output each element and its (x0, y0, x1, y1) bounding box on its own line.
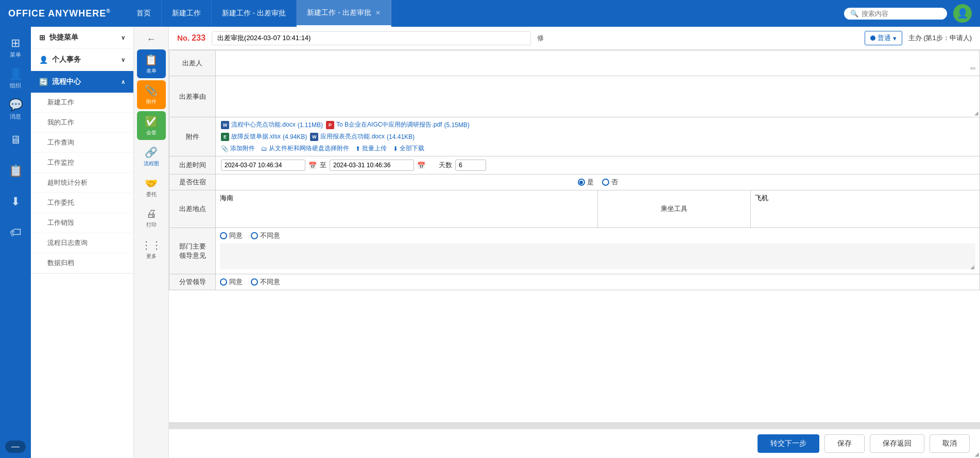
reason-value[interactable]: ◢ (216, 76, 980, 117)
table-row: 出差时间 📅 至 📅 天数 (169, 156, 980, 174)
menu-section-personal-header[interactable]: 👤 个人事务 ∨ (31, 49, 133, 71)
download-all-icon: ⬇ (393, 145, 398, 152)
search-bar[interactable]: 🔍 (844, 8, 947, 20)
location-inner-table: 海南 ◢ 乘坐工具 飞机 ◢ (216, 190, 979, 227)
form-body: 出差人 ✏ 出差事由 ◢ (169, 50, 980, 422)
location-label: 出差地点 (169, 190, 216, 228)
list-item[interactable]: E 故障反馈单据.xlsx (4.94KB) (221, 132, 307, 141)
more-tool-btn[interactable]: ⋮⋮ 更多 (137, 235, 166, 263)
attachment-tool-btn[interactable]: 📎 附件 (137, 80, 166, 109)
cancel-button[interactable]: 取消 (930, 434, 970, 453)
att1-name: 流程中心亮点功能.docx (231, 120, 296, 129)
sidebar-collapse-btn[interactable]: — (5, 441, 26, 453)
traveler-edit-icon: ✏ (970, 64, 976, 73)
logo-text: OFFICE ANYWHERE (8, 8, 106, 19)
sidebar-item-message[interactable]: 💬 消息 (0, 94, 31, 125)
company-disagree-radio[interactable]: 不同意 (251, 277, 280, 287)
table-row: 分管领导 同意 不同意 (169, 274, 980, 290)
form-tool-btn[interactable]: 📋 表单 (137, 49, 166, 78)
add-attachment-icon: 📎 (221, 145, 229, 152)
form-title-input[interactable] (212, 31, 531, 45)
menu-section-quick: ⊞ 快捷菜单 ∨ (31, 27, 133, 49)
sign-tool-label: 会签 (146, 129, 157, 136)
tab-trip1[interactable]: 新建工作 - 出差审批 (212, 0, 297, 27)
traveler-value[interactable]: ✏ (216, 50, 980, 76)
sidebar-item-monitor[interactable]: 🖥 (0, 125, 31, 155)
days-input[interactable] (455, 160, 486, 171)
calendar-end-icon[interactable]: 📅 (417, 162, 425, 169)
accommodation-no-circle (602, 179, 609, 186)
end-time-input[interactable] (330, 160, 414, 171)
location-city-textarea[interactable]: 海南 (220, 193, 593, 214)
table-row: 部门主要 领导意见 同意 不同意 (169, 228, 980, 274)
menu-section-process-header[interactable]: 🔄 流程中心 ∧ (31, 71, 133, 93)
sign-tool-btn[interactable]: ✅ 会签 (137, 111, 166, 140)
tab-close-icon[interactable]: ✕ (375, 9, 381, 16)
accommodation-no-radio[interactable]: 否 (602, 178, 618, 187)
transport-container: 飞机 ◢ (755, 193, 975, 224)
horizontal-scrollbar[interactable] (169, 422, 980, 429)
menu-section-quick-header[interactable]: ⊞ 快捷菜单 ∨ (31, 27, 133, 48)
form-type-btn[interactable]: 普通 ▾ (865, 31, 902, 45)
days-label: 天数 (439, 161, 452, 170)
table-row: 是否住宿 是 否 (169, 174, 980, 190)
forward-next-button[interactable]: 转交下一步 (758, 434, 819, 453)
save-button[interactable]: 保存 (824, 434, 865, 453)
company-opinion-value: 同意 不同意 (216, 274, 980, 290)
sidebar-message-label: 消息 (10, 113, 21, 120)
reason-label: 出差事由 (169, 76, 216, 117)
tool-panel: ← 📋 表单 📎 附件 ✅ 会签 🔗 流程图 🤝 委托 🖨 打印 ⋮⋮ 更多 (134, 27, 169, 458)
add-attachment-btn[interactable]: 📎 添加附件 (221, 144, 255, 153)
menu-item-work-monitor[interactable]: 工作监控 (31, 153, 133, 173)
accommodation-no-label: 否 (611, 178, 618, 187)
dept-disagree-radio[interactable]: 不同意 (251, 231, 280, 240)
flow-chart-icon: 🔗 (145, 146, 158, 158)
tab-trip2[interactable]: 新建工作 - 出差审批 ✕ (297, 0, 391, 27)
flow-chart-tool-btn[interactable]: 🔗 流程图 (137, 142, 166, 171)
personal-label: 个人事务 (52, 55, 81, 64)
company-agree-radio[interactable]: 同意 (220, 277, 243, 287)
table-row: 出差人 ✏ (169, 50, 980, 76)
back-button[interactable]: ← (141, 31, 162, 47)
excel-file-icon: E (221, 133, 229, 141)
menu-item-my-work[interactable]: 我的工作 (31, 113, 133, 133)
att4-size: (14.41KB) (387, 133, 415, 140)
tab-new-work[interactable]: 新建工作 (162, 0, 212, 27)
sidebar-item-org[interactable]: 👤 组织 (0, 63, 31, 94)
reason-textarea[interactable] (221, 85, 974, 106)
tab-home[interactable]: 首页 (126, 0, 162, 27)
delegate-tool-btn[interactable]: 🤝 委托 (137, 173, 166, 202)
menu-item-log[interactable]: 流程日志查询 (31, 233, 133, 253)
search-input[interactable] (862, 10, 939, 17)
form-type-label: 普通 (878, 33, 891, 43)
download-all-btn[interactable]: ⬇ 全部下载 (393, 144, 424, 153)
batch-upload-btn[interactable]: ⬆ 批量上传 (355, 144, 387, 153)
download-icon: ⬇ (11, 195, 20, 208)
menu-item-overtime[interactable]: 超时统计分析 (31, 173, 133, 193)
dept-agree-radio[interactable]: 同意 (220, 231, 243, 240)
sidebar-apps-label: 菜单 (10, 51, 21, 59)
start-time-input[interactable] (221, 160, 305, 171)
menu-item-delegate[interactable]: 工作委托 (31, 193, 133, 213)
search-icon: 🔍 (850, 10, 858, 17)
sidebar-item-apps[interactable]: ⊞ 菜单 (0, 32, 31, 63)
list-item[interactable]: W 应用报表亮点功能.docx (14.41KB) (310, 132, 415, 141)
transport-textarea[interactable]: 飞机 (755, 193, 975, 214)
menu-item-work-query[interactable]: 工作查询 (31, 133, 133, 153)
save-return-button[interactable]: 保存返回 (870, 434, 924, 453)
dept-opinion-textarea-wrap: ◢ (216, 243, 979, 274)
calendar-start-icon[interactable]: 📅 (308, 162, 317, 169)
cloud-select-btn[interactable]: 🗂 从文件柜和网络硬盘选择附件 (261, 144, 349, 153)
list-item[interactable]: P To B企业在AIGC中应用的调研报告.pdf (5.15MB) (326, 120, 470, 129)
menu-item-destroy[interactable]: 工作销毁 (31, 213, 133, 233)
menu-item-new-work[interactable]: 新建工作 (31, 93, 133, 113)
sidebar-item-tag[interactable]: 🏷 (0, 217, 31, 248)
print-tool-btn[interactable]: 🖨 打印 (137, 204, 166, 233)
avatar[interactable]: 👤 (953, 4, 972, 23)
accommodation-yes-radio[interactable]: 是 (578, 178, 594, 187)
list-item[interactable]: W 流程中心亮点功能.docx (1.11MB) (221, 120, 323, 129)
menu-item-archive[interactable]: 数据归档 (31, 253, 133, 273)
sidebar-item-doc[interactable]: 📋 (0, 155, 31, 186)
dept-opinion-textarea[interactable] (220, 243, 975, 269)
sidebar-item-download[interactable]: ⬇ (0, 186, 31, 217)
